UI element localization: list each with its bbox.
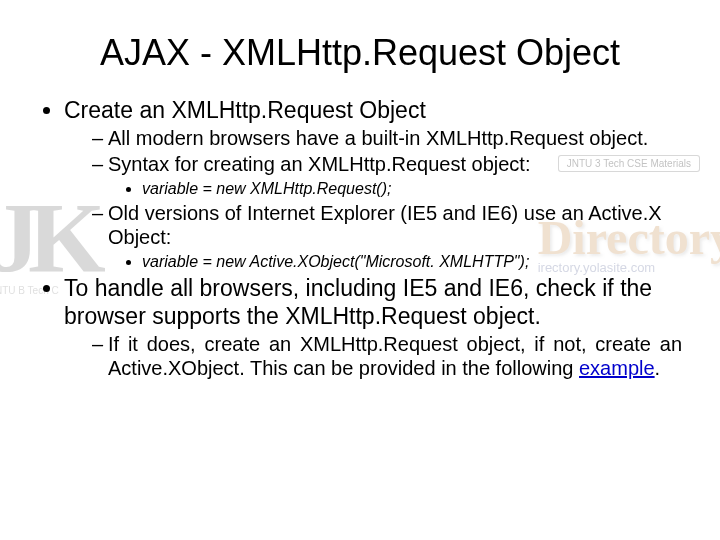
bullet-2-1: If it does, create an XMLHttp.Request ob… [92,332,682,381]
bullet-1-3-1: variable = new Active.XObject("Microsoft… [142,252,682,272]
bullet-1-2-1: variable = new XMLHttp.Request(); [142,179,682,199]
slide-title: AJAX - XMLHttp.Request Object [38,32,682,74]
bullet-1-3-text: Old versions of Internet Explorer (IE5 a… [108,202,662,248]
bullet-1-1: All modern browsers have a built-in XMLH… [92,126,682,150]
bullet-1-3-sublist: variable = new Active.XObject("Microsoft… [108,252,682,272]
bullet-1-text: Create an XMLHttp.Request Object [64,97,426,123]
bullet-2-text: To handle all browsers, including IE5 an… [64,275,652,329]
bullet-2-1-post: . [655,357,661,379]
bullet-1-2-sublist: variable = new XMLHttp.Request(); [108,179,682,199]
slide-content: AJAX - XMLHttp.Request Object Create an … [0,0,720,380]
bullet-list-l1: Create an XMLHttp.Request Object All mod… [38,96,682,380]
bullet-1: Create an XMLHttp.Request Object All mod… [64,96,682,272]
example-link[interactable]: example [579,357,655,379]
bullet-1-2: Syntax for creating an XMLHttp.Request o… [92,152,682,198]
bullet-1-2-text: Syntax for creating an XMLHttp.Request o… [108,153,530,175]
bullet-2-sublist: If it does, create an XMLHttp.Request ob… [64,332,682,381]
bullet-1-3: Old versions of Internet Explorer (IE5 a… [92,201,682,272]
bullet-2: To handle all browsers, including IE5 an… [64,274,682,381]
bullet-1-sublist: All modern browsers have a built-in XMLH… [64,126,682,272]
